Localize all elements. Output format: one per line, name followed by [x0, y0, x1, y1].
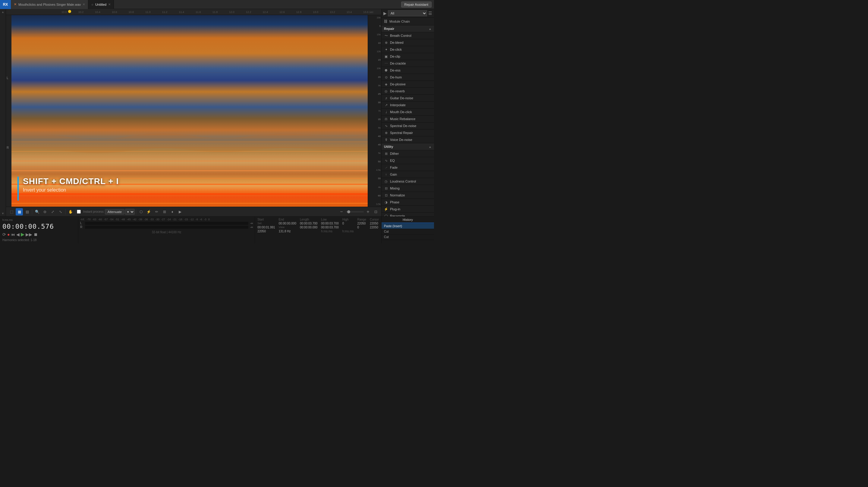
zoom-track[interactable]: [346, 211, 364, 212]
plugin-fade[interactable]: ⟋ Fade: [381, 164, 434, 171]
select-tool[interactable]: ⬚: [8, 208, 15, 216]
plugin-interpolate[interactable]: ↗ Interpolate: [381, 102, 434, 109]
plugin-de-ess[interactable]: ⚉ De-ess: [381, 67, 434, 74]
left-panel-toggle-down[interactable]: ▼: [1, 212, 4, 215]
filter-dropdown[interactable]: All: [388, 10, 427, 16]
brush-tool[interactable]: ✏: [153, 208, 160, 216]
zoom-sel-tool[interactable]: ⤡: [57, 208, 64, 216]
utility-section-arrow: ▲: [429, 145, 432, 148]
plugin-phase[interactable]: ◑ Phase: [381, 199, 434, 206]
db-label-25: 25: [369, 93, 381, 95]
process-button[interactable]: Attenuate: [105, 209, 124, 214]
process-dropdown[interactable]: ▾: [125, 209, 135, 215]
zoom-in-btn[interactable]: +: [364, 208, 372, 216]
tick-1: 10.2: [79, 10, 95, 13]
spectrogram[interactable]: SHIFT + CMD/CTRL + I Invert your selecti…: [11, 15, 368, 207]
repair-assistant-button[interactable]: Repair Assistant: [401, 1, 432, 7]
history-item-cut2[interactable]: Cut: [381, 234, 434, 240]
time-select-tool[interactable]: ▦: [16, 208, 23, 216]
rewind-btn[interactable]: ⏮: [11, 232, 15, 237]
tab-close-file1[interactable]: ✕: [83, 3, 85, 6]
stop-btn[interactable]: ⏹: [33, 232, 38, 237]
meter-l-label: L: [80, 222, 84, 225]
right-panel-menu-btn[interactable]: ☰: [428, 11, 432, 16]
zoom-full-tool[interactable]: ⤢: [49, 208, 56, 216]
tab-close-file2[interactable]: ✕: [108, 3, 111, 6]
center-area: 10.0 10.2 10.4 10.6 10.8 11.0 11.2 11.4 …: [6, 9, 381, 216]
timeline-bar: 10.0 10.2 10.4 10.6 10.8 11.0 11.2 11.4 …: [6, 9, 381, 15]
magic-select-tool[interactable]: ⚡: [145, 208, 153, 216]
de-bleed-label: De-bleed: [390, 41, 404, 45]
length-label: Length: [300, 218, 317, 221]
plugin-mouth-de-click[interactable]: ♩ Mouth De-click: [381, 109, 434, 116]
plugin-guitar-de-noise[interactable]: ♬ Guitar De-noise: [381, 95, 434, 102]
stamp-tool[interactable]: ⊞: [161, 208, 168, 216]
loop-btn[interactable]: ⟳: [2, 232, 6, 237]
plugin-resample[interactable]: ◯ Resample: [381, 213, 434, 216]
de-bleed-icon: ⊗: [384, 40, 388, 45]
back-btn[interactable]: ◀: [16, 232, 20, 237]
plugin-voice-de-noise[interactable]: 🎙 Voice De-noise: [381, 136, 434, 143]
forward-btn[interactable]: ▶▶: [26, 232, 32, 237]
plugin-gain[interactable]: ↑ Gain: [381, 171, 434, 178]
plugin-de-reverb[interactable]: ◎ De-reverb: [381, 88, 434, 95]
marker-tool[interactable]: ♦: [169, 208, 176, 216]
record-btn[interactable]: ●: [7, 232, 10, 237]
utility-section-header[interactable]: Utility ▲: [381, 143, 434, 150]
de-hum-label: De-hum: [390, 76, 402, 79]
left-panel-toggle[interactable]: ▲: [1, 10, 4, 13]
cursor-val: 00:00:01.991: [257, 226, 275, 229]
db-label-15: 15: [369, 59, 381, 61]
tick-9: 11.8: [213, 10, 229, 13]
play-region-tool[interactable]: ▶: [177, 208, 184, 216]
right-panel-play-btn[interactable]: ▶: [383, 11, 387, 16]
plugin-mixing[interactable]: ⊟ Mixing: [381, 185, 434, 192]
plugin-music-rebalance[interactable]: ⚖ Music Rebalance: [381, 116, 434, 122]
length-view: [342, 226, 354, 229]
tab-file1[interactable]: ✕ Mouthclicks and Plosives Singer Male.w…: [11, 0, 88, 9]
db-label-3-5k: 3.5k: [369, 203, 381, 205]
plugin-spectral-repair[interactable]: ⊕ Spectral Repair: [381, 130, 434, 136]
plugin-spectral-de-noise[interactable]: ∿ Spectral De-noise: [381, 122, 434, 130]
plugin-normalize[interactable]: ⊡ Normalize: [381, 192, 434, 199]
db-label-55: 55: [369, 177, 381, 180]
history-item-cut1[interactable]: Cut: [381, 229, 434, 234]
plugin-de-click[interactable]: ✦ De-click: [381, 46, 434, 53]
meter-r-bar: [85, 226, 248, 229]
plugin-plug-in[interactable]: ⚡ Plug-in: [381, 206, 434, 213]
zoom-out-btn[interactable]: −: [338, 208, 345, 216]
guitar-de-noise-label: Guitar De-noise: [390, 96, 413, 100]
svg-rect-16: [11, 73, 368, 73]
plugin-de-clip[interactable]: ▣ De-clip: [381, 53, 434, 60]
breath-control-icon: 〜: [384, 33, 388, 38]
play-btn[interactable]: ▶: [21, 231, 24, 237]
history-item-paste[interactable]: Paste (Insert): [381, 224, 434, 229]
toolbar: ⬚ ▦ ▤ 🔍 ⊖ ⤢ ⤡ ✋ Instant process Attenuat…: [6, 207, 381, 216]
hand-tool[interactable]: ✋: [67, 208, 74, 216]
svg-rect-6: [11, 161, 368, 162]
module-chain-row[interactable]: ⛓ Module Chain: [381, 18, 434, 25]
tab-label: Mouthclicks and Plosives Singer Male.wav: [19, 3, 81, 6]
plugin-breath-control[interactable]: 〜 Breath Control: [381, 32, 434, 39]
plugin-de-hum[interactable]: ⊙ De-hum: [381, 74, 434, 81]
plugin-loudness-control[interactable]: ◷ Loudness Control: [381, 178, 434, 185]
freq-select-tool[interactable]: ▤: [24, 208, 31, 216]
voice-de-noise-label: Voice De-noise: [390, 138, 412, 142]
meter-l-bar: [85, 222, 248, 225]
plugin-eq[interactable]: ∿ EQ: [381, 157, 434, 164]
tab-history[interactable]: History: [381, 217, 434, 223]
zoom-out-tool[interactable]: ⊖: [41, 208, 49, 216]
plugin-dither[interactable]: ⊞ Dither: [381, 150, 434, 157]
plugin-de-plosive[interactable]: ◈ De-plosive: [381, 81, 434, 88]
plugin-de-crackle[interactable]: ⋯ De-crackle: [381, 60, 434, 67]
plugin-de-bleed[interactable]: ⊗ De-bleed: [381, 39, 434, 46]
lasso-tool[interactable]: ⬡: [137, 208, 145, 216]
spectral-repair-icon: ⊕: [384, 131, 388, 135]
tick-14: 12.8: [296, 10, 313, 13]
zoom-in-tool[interactable]: 🔍: [33, 208, 41, 216]
tab-file2[interactable]: ○ Untitled ✕: [88, 0, 114, 9]
mouth-de-click-icon: ♩: [384, 110, 388, 114]
zoom-reset-btn[interactable]: ⊡: [372, 208, 379, 216]
repair-section-header[interactable]: Repair ▲: [381, 25, 434, 32]
instant-process-checkbox[interactable]: [77, 210, 81, 213]
